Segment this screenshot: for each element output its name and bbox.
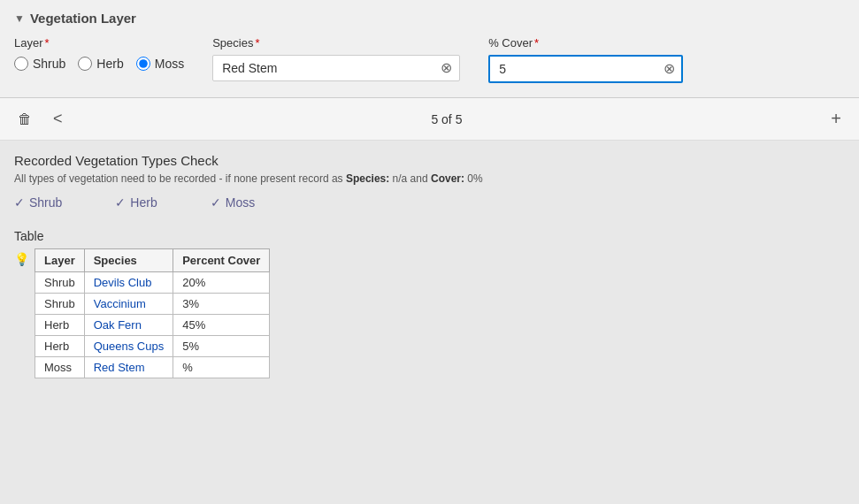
table-head: Layer Species Percent Cover (35, 248, 270, 271)
species-label: Species* (212, 36, 460, 50)
cover-group: % Cover* ⊗ (488, 36, 683, 83)
table-title: Table (14, 229, 845, 243)
radio-moss-input[interactable] (136, 57, 150, 71)
nav-counter: 5 of 5 (73, 112, 821, 126)
recorded-desc: All types of vegetation need to be recor… (14, 172, 845, 187)
table-row: ShrubVaccinium3% (35, 293, 270, 314)
section-title: ▼ Vegetation Layer (14, 11, 845, 26)
table-body: ShrubDevils Club20%ShrubVaccinium3%HerbO… (35, 271, 270, 378)
table-row: ShrubDevils Club20% (35, 271, 270, 293)
table-section: Table 💡 Layer Species Percent Cover Shru… (0, 229, 859, 393)
cover-required: * (534, 36, 539, 50)
species-required: * (255, 36, 259, 50)
cover-input[interactable] (488, 55, 683, 83)
data-table: Layer Species Percent Cover ShrubDevils … (35, 248, 270, 378)
cell-layer: Herb (35, 335, 85, 356)
cell-cover: 5% (173, 335, 270, 356)
col-layer: Layer (35, 248, 85, 271)
check-shrub: ✓ Shrub (14, 195, 62, 210)
radio-moss-label: Moss (155, 57, 184, 71)
cell-cover: 20% (173, 271, 270, 293)
recorded-desc-start: All types of vegetation need to be recor… (14, 172, 346, 185)
col-species: Species (84, 248, 173, 271)
radio-shrub-input[interactable] (14, 57, 28, 71)
radio-moss[interactable]: Moss (136, 57, 184, 71)
recorded-species-value: n/a (389, 172, 407, 185)
layer-radio-group: Shrub Herb Moss (14, 57, 184, 71)
delete-button[interactable]: 🗑 (7, 104, 42, 134)
check-shrub-label: Shrub (29, 195, 62, 210)
radio-herb-label: Herb (96, 57, 123, 71)
recorded-and: and (407, 172, 431, 185)
layer-group: Layer* Shrub Herb Moss (14, 36, 184, 71)
cell-layer: Herb (35, 314, 85, 335)
check-herb-label: Herb (130, 195, 157, 210)
cell-species[interactable]: Queens Cups (84, 335, 173, 356)
nav-row: 🗑 < 5 of 5 + (0, 98, 859, 141)
check-row: ✓ Shrub ✓ Herb ✓ Moss (14, 195, 845, 210)
main-container: ▼ Vegetation Layer Layer* Shrub Herb (0, 0, 859, 393)
cell-cover: 3% (173, 293, 270, 314)
table-row: HerbOak Fern45% (35, 314, 270, 335)
species-input-wrap: ⊗ (212, 55, 460, 81)
check-moss-label: Moss (226, 195, 255, 210)
back-icon: < (53, 110, 63, 128)
cell-cover: % (173, 356, 270, 378)
radio-herb[interactable]: Herb (78, 57, 123, 71)
cell-species[interactable]: Vaccinium (84, 293, 173, 314)
recorded-title: Recorded Vegetation Types Check (14, 153, 845, 168)
section-title-text: Vegetation Layer (30, 11, 136, 26)
layer-label: Layer* (14, 36, 184, 50)
layer-required: * (45, 36, 50, 50)
check-moss-icon: ✓ (211, 195, 221, 210)
cover-label: % Cover* (488, 36, 683, 50)
table-row: HerbQueens Cups5% (35, 335, 270, 356)
check-herb: ✓ Herb (115, 195, 157, 210)
radio-shrub[interactable]: Shrub (14, 57, 65, 71)
recorded-species-label: Species: (346, 172, 389, 185)
species-input[interactable] (212, 55, 460, 81)
recorded-cover-value: 0% (464, 172, 483, 185)
collapse-icon[interactable]: ▼ (14, 12, 25, 25)
cell-layer: Shrub (35, 293, 85, 314)
check-shrub-icon: ✓ (14, 195, 25, 210)
trash-icon: 🗑 (18, 111, 32, 127)
table-header-row: Layer Species Percent Cover (35, 248, 270, 271)
radio-herb-input[interactable] (78, 57, 92, 71)
table-info-icon: 💡 (14, 252, 29, 266)
veg-layer-section: ▼ Vegetation Layer Layer* Shrub Herb (0, 0, 859, 98)
recorded-section: Recorded Vegetation Types Check All type… (0, 141, 859, 229)
species-group: Species* ⊗ (212, 36, 460, 81)
back-button[interactable]: < (42, 103, 73, 135)
cell-cover: 45% (173, 314, 270, 335)
check-moss: ✓ Moss (211, 195, 255, 210)
add-icon: + (831, 109, 841, 129)
table-row: MossRed Stem% (35, 356, 270, 378)
add-button[interactable]: + (820, 102, 852, 136)
col-cover: Percent Cover (173, 248, 270, 271)
cell-species[interactable]: Oak Fern (84, 314, 173, 335)
cell-species[interactable]: Devils Club (84, 271, 173, 293)
cover-input-wrap: ⊗ (488, 55, 683, 83)
cell-species[interactable]: Red Stem (84, 356, 173, 378)
cell-layer: Shrub (35, 271, 85, 293)
form-row: Layer* Shrub Herb Moss (14, 36, 845, 83)
table-wrap: 💡 Layer Species Percent Cover ShrubDevil… (14, 248, 845, 378)
recorded-cover-label: Cover: (431, 172, 464, 185)
radio-shrub-label: Shrub (33, 57, 65, 71)
check-herb-icon: ✓ (115, 195, 126, 210)
cell-layer: Moss (35, 356, 85, 378)
